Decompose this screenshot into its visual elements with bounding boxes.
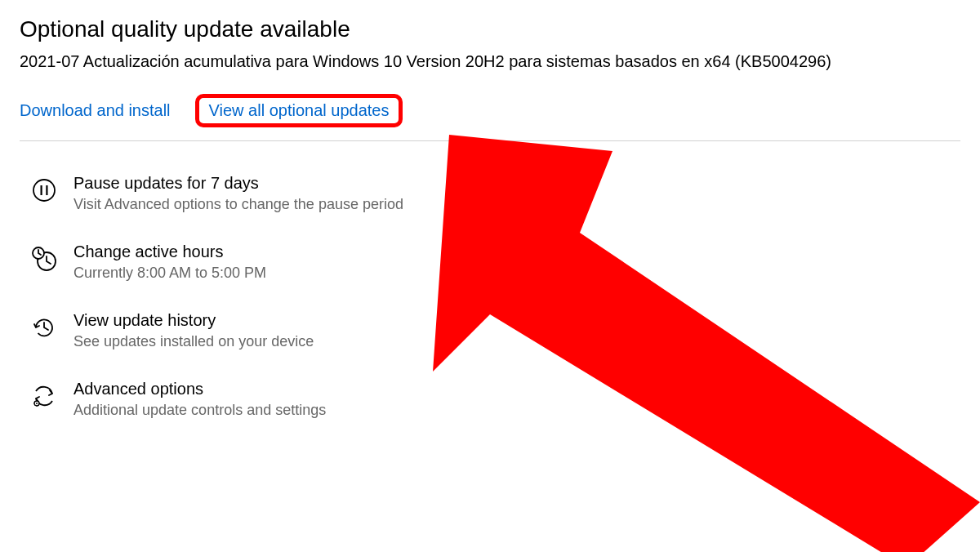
pause-updates-option[interactable]: Pause updates for 7 days Visit Advanced … (20, 174, 960, 213)
pause-updates-subtitle: Visit Advanced options to change the pau… (74, 196, 403, 213)
svg-rect-1 (41, 185, 42, 195)
svg-point-0 (33, 180, 55, 201)
history-icon (31, 314, 57, 341)
svg-rect-2 (46, 185, 47, 195)
page-heading: Optional quality update available (20, 16, 960, 42)
divider (20, 140, 960, 141)
sync-gear-icon (31, 383, 57, 409)
advanced-options-title: Advanced options (74, 380, 326, 398)
links-row: Download and install View all optional u… (20, 94, 960, 127)
active-hours-subtitle: Currently 8:00 AM to 5:00 PM (74, 265, 266, 282)
advanced-options-subtitle: Additional update controls and settings (74, 402, 326, 419)
active-hours-title: Change active hours (74, 243, 266, 261)
advanced-options-option[interactable]: Advanced options Additional update contr… (20, 380, 960, 419)
view-all-optional-link[interactable]: View all optional updates (209, 101, 390, 119)
update-history-title: View update history (74, 311, 314, 330)
update-history-option[interactable]: View update history See updates installe… (20, 311, 960, 350)
download-install-link[interactable]: Download and install (20, 101, 171, 120)
pause-icon (31, 177, 57, 203)
pause-updates-title: Pause updates for 7 days (74, 174, 403, 193)
svg-point-6 (36, 403, 38, 404)
update-name: 2021-07 Actualización acumulativa para W… (20, 52, 960, 71)
highlight-box: View all optional updates (195, 94, 403, 127)
clock-schedule-icon (31, 246, 57, 272)
update-history-subtitle: See updates installed on your device (74, 333, 314, 350)
active-hours-option[interactable]: Change active hours Currently 8:00 AM to… (20, 243, 960, 282)
